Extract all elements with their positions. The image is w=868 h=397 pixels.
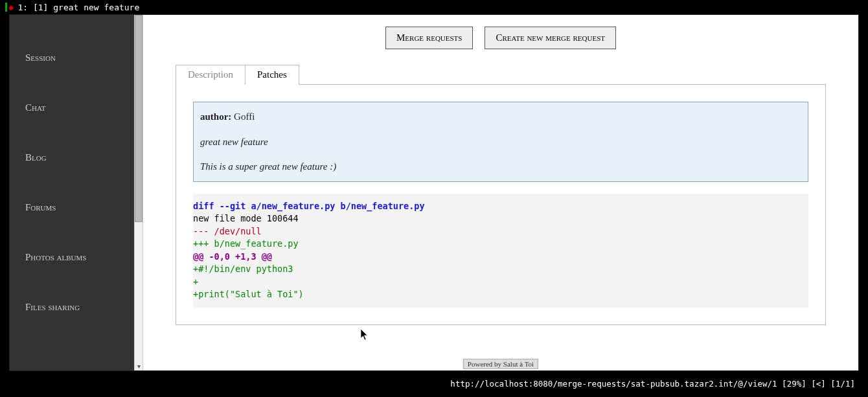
- window-title: 1: [1] great new feature: [17, 3, 139, 12]
- diff-minus-line: --- /dev/null: [193, 226, 262, 236]
- diff-add-line-2: +: [193, 277, 198, 287]
- app-icon: ◆: [8, 2, 14, 12]
- commit-author: author: Goffi: [200, 108, 801, 126]
- scroll-down-icon[interactable]: ▾: [135, 361, 143, 370]
- patch-panel: author: Goffi great new feature This is …: [176, 85, 826, 325]
- app-window: Session Chat Blog Forums Photos albums F…: [9, 14, 859, 371]
- powered-by: Powered by Salut à Toi: [463, 359, 538, 369]
- author-label: author:: [200, 111, 231, 122]
- sidebar: Session Chat Blog Forums Photos albums F…: [10, 15, 134, 370]
- tab-patches[interactable]: Patches: [245, 65, 299, 85]
- commit-title: great new feature: [200, 133, 801, 152]
- tabs: Description Patches: [176, 65, 826, 85]
- statusbar-text: http://localhost:8080/merge-requests/sat…: [450, 379, 855, 389]
- titlebar-indicator: [5, 3, 7, 12]
- window-titlebar: ◆ 1: [1] great new feature: [0, 0, 868, 14]
- create-merge-request-button[interactable]: Create new merge request: [485, 27, 616, 49]
- diff-mode-line: new file mode 100644: [193, 213, 299, 223]
- scrollbar-thumb[interactable]: [135, 15, 143, 222]
- tab-description[interactable]: Description: [176, 65, 246, 85]
- diff-header-line: diff --git a/new_feature.py b/new_featur…: [193, 201, 425, 211]
- commit-body: This is a super great new feature :): [200, 157, 801, 176]
- diff-hunk-line: @@ -0,0 +1,3 @@: [193, 251, 272, 262]
- commit-metadata: author: Goffi great new feature This is …: [193, 102, 808, 182]
- main-content: Merge requests Create new merge request …: [143, 15, 858, 370]
- statusbar: http://localhost:8080/merge-requests/sat…: [9, 379, 859, 389]
- sidebar-item-session[interactable]: Session: [10, 33, 134, 83]
- diff-add-line-3: +print("Salut à Toi"): [193, 289, 304, 299]
- sidebar-item-files[interactable]: Files sharing: [10, 282, 134, 332]
- diff-output: diff --git a/new_feature.py b/new_featur…: [193, 194, 808, 308]
- scrollbar[interactable]: ▾: [134, 15, 143, 370]
- sidebar-item-forums[interactable]: Forums: [10, 183, 134, 233]
- sidebar-item-chat[interactable]: Chat: [10, 83, 134, 133]
- diff-plus-line: +++ b/new_feature.py: [193, 238, 299, 249]
- sidebar-item-blog[interactable]: Blog: [10, 133, 134, 183]
- toolbar: Merge requests Create new merge request: [176, 27, 826, 49]
- diff-add-line-1: +#!/bin/env python3: [193, 264, 293, 274]
- merge-requests-button[interactable]: Merge requests: [385, 27, 473, 49]
- author-value: Goffi: [231, 111, 255, 122]
- sidebar-item-photos[interactable]: Photos albums: [10, 233, 134, 282]
